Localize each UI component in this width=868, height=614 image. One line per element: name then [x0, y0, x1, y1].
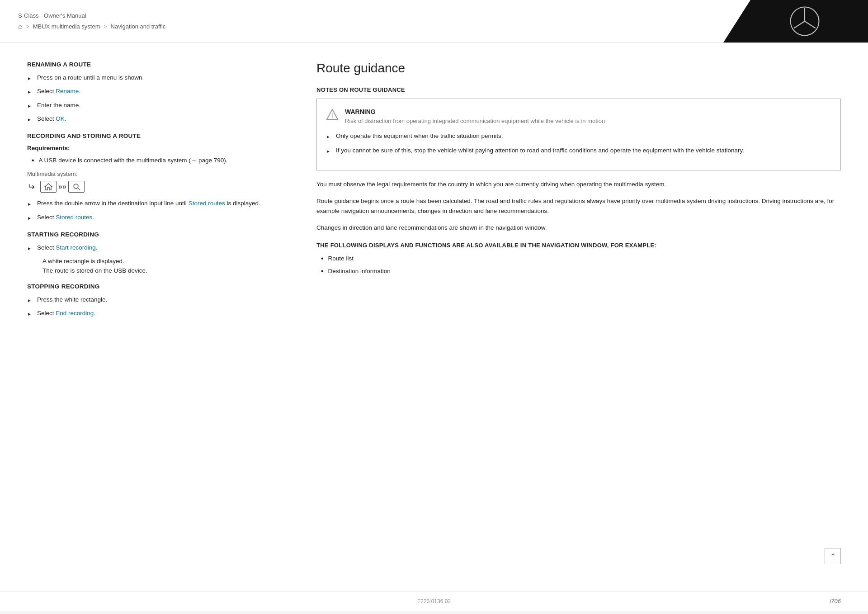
step-text: Press on a route until a menu is shown.: [37, 73, 144, 82]
breadcrumb-sep-2: >: [104, 24, 107, 30]
step-text: Select Start recording.: [37, 243, 98, 252]
doc-id: F223 0136 02: [417, 598, 451, 605]
left-column: RENAMING A ROUTE ► Press on a route unti…: [27, 61, 289, 573]
section-recording-heading: RECORDING AND STORING A ROUTE: [27, 132, 289, 139]
section-start-recording-heading: STARTING RECORDING: [27, 231, 289, 238]
step-text: Press the double arrow in the destinatio…: [37, 199, 260, 208]
list-item: ► If you cannot be sure of this, stop th…: [326, 146, 831, 155]
list-item: ► Select Stored routes.: [27, 213, 289, 222]
renaming-steps: ► Press on a route until a menu is shown…: [27, 73, 289, 123]
magnifier-icon: [72, 183, 80, 190]
warning-text-block: WARNING Risk of distraction from operati…: [345, 108, 605, 125]
step-text: Select Stored routes.: [37, 213, 94, 222]
footer: F223 0136 02 і706: [0, 591, 868, 611]
displays-list: Route list Destination information: [321, 254, 841, 276]
stored-routes-link-1[interactable]: Stored routes: [189, 200, 225, 207]
svg-point-1: [74, 184, 78, 189]
rename-link[interactable]: Rename.: [56, 88, 80, 94]
svg-line-2: [78, 188, 80, 190]
header: S-Class - Owner's Manual ⌂ > MBUX multim…: [0, 0, 868, 43]
display-item-2: Destination information: [328, 267, 391, 276]
list-item: Destination information: [321, 267, 841, 276]
list-item: ► Press the double arrow in the destinat…: [27, 199, 289, 208]
multimedia-label: Multimedia system:: [27, 170, 289, 177]
ok-link[interactable]: OK.: [56, 115, 66, 122]
note-white-rect: A white rectangle is displayed.: [42, 258, 289, 264]
body-text-1: You must observe the legal requirements …: [316, 179, 841, 189]
breadcrumb: ⌂ > MBUX multimedia system > Navigation …: [18, 23, 705, 31]
body-text-2: Route guidance begins once a route has b…: [316, 196, 841, 216]
arrow-icon: ►: [326, 148, 330, 155]
breadcrumb-sep-1: >: [26, 24, 29, 30]
warning-step-2: If you cannot be sure of this, stop the …: [336, 146, 744, 155]
display-item-1: Route list: [328, 254, 354, 263]
warning-triangle-icon: !: [326, 108, 339, 121]
start-recording-steps: ► Select Start recording.: [27, 243, 289, 252]
arrow-icon: ►: [27, 311, 32, 317]
arrow-icon: ►: [27, 297, 32, 304]
arrow-icon: ►: [27, 116, 32, 123]
house-icon: [44, 183, 52, 190]
arrow-icon: ►: [27, 89, 32, 95]
double-arrow-icon: »»: [58, 183, 66, 191]
list-item: ► Press the white rectangle.: [27, 295, 289, 304]
stop-recording-steps: ► Press the white rectangle. ► Select En…: [27, 295, 289, 318]
svg-text:!: !: [331, 112, 333, 119]
note-route-stored: The route is stored on the USB device.: [42, 267, 289, 274]
arrow-icon: ►: [326, 133, 330, 140]
end-recording-link[interactable]: End recording.: [56, 310, 95, 316]
section-renaming-heading: RENAMING A ROUTE: [27, 61, 289, 68]
list-item: ► Press on a route until a menu is shown…: [27, 73, 289, 82]
list-item: ► Select OK.: [27, 114, 289, 123]
step-text: Select End recording.: [37, 309, 95, 318]
notes-heading: NOTES ON ROUTE GUIDANCE: [316, 86, 841, 93]
content-wrapper: RENAMING A ROUTE ► Press on a route unti…: [0, 43, 868, 591]
search-icon-box: [68, 181, 85, 193]
page-title: Route guidance: [316, 61, 841, 76]
home-icon[interactable]: ⌂: [18, 23, 23, 31]
requirements-list: A USB device is connected with the multi…: [32, 156, 289, 165]
stored-routes-link-2[interactable]: Stored routes.: [56, 214, 94, 221]
section-stop-recording-heading: STOPPING RECORDING: [27, 283, 289, 290]
list-item: ► Only operate this equipment when the t…: [326, 132, 831, 141]
warning-title: WARNING: [345, 108, 605, 115]
list-item: Route list: [321, 254, 841, 263]
arrow-icon: ►: [27, 201, 32, 208]
icon-row: ↵ »»: [27, 181, 289, 193]
warning-header: ! WARNING Risk of distraction from opera…: [326, 108, 831, 125]
header-left: S-Class - Owner's Manual ⌂ > MBUX multim…: [0, 0, 723, 43]
list-item: ► Select Start recording.: [27, 243, 289, 252]
manual-title: S-Class - Owner's Manual: [18, 12, 705, 19]
recording-steps: ► Press the double arrow in the destinat…: [27, 199, 289, 222]
step-text: Select OK.: [37, 114, 66, 123]
arrow-icon: ►: [27, 75, 32, 82]
home-icon-box: [40, 181, 57, 193]
breadcrumb-item-2: Navigation and traffic: [111, 23, 166, 30]
header-logo-area: [723, 0, 868, 43]
warning-step-1: Only operate this equipment when the tra…: [336, 132, 503, 141]
body-text-3: Changes in direction and lane recommenda…: [316, 223, 841, 233]
arrow-icon: ►: [27, 103, 32, 109]
breadcrumb-item-1[interactable]: MBUX multimedia system: [33, 23, 100, 30]
warning-box: ! WARNING Risk of distraction from opera…: [316, 99, 841, 170]
arrow-icon: ►: [27, 245, 32, 252]
main-content: RENAMING A ROUTE ► Press on a route unti…: [0, 43, 868, 591]
arrow-icon: ►: [27, 215, 32, 222]
warning-steps: ► Only operate this equipment when the t…: [326, 132, 831, 156]
requirements-label: Requirements:: [27, 145, 289, 151]
list-item: A USB device is connected with the multi…: [32, 156, 289, 165]
curved-arrow-icon: ↵: [27, 181, 35, 192]
step-text: Press the white rectangle.: [37, 295, 107, 304]
step-text: Select Rename.: [37, 87, 80, 96]
mercedes-logo: [789, 5, 821, 37]
chevron-up-icon: ⌃: [830, 552, 836, 561]
list-item: ► Select Rename.: [27, 87, 289, 96]
scroll-top-button[interactable]: ⌃: [825, 548, 841, 564]
step-text: Enter the name.: [37, 101, 80, 110]
warning-subtitle: Risk of distraction from operating integ…: [345, 117, 605, 125]
page-number: і706: [830, 598, 841, 605]
start-recording-link[interactable]: Start recording.: [56, 244, 97, 251]
displays-heading: THE FOLLOWING DISPLAYS AND FUNCTIONS ARE…: [316, 242, 841, 249]
list-item: ► Enter the name.: [27, 101, 289, 110]
right-column: Route guidance NOTES ON ROUTE GUIDANCE !…: [316, 61, 841, 573]
